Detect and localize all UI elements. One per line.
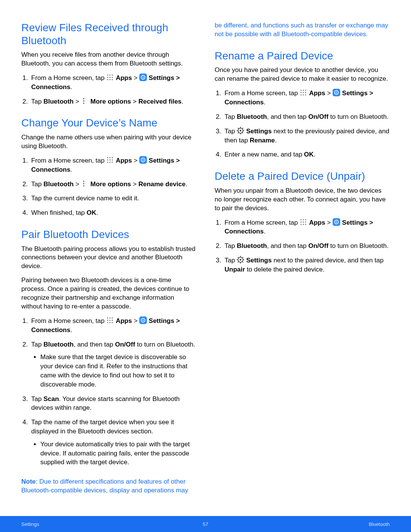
steps-change-name: From a Home screen, tap Apps > Settings … bbox=[21, 156, 196, 217]
apps-icon bbox=[299, 218, 307, 226]
step: From a Home screen, tap Apps > Settings … bbox=[223, 218, 390, 236]
section-delete-paired: Delete a Paired Device (Unpair) When you… bbox=[215, 170, 390, 274]
bullet: Make sure that the target device is disc… bbox=[40, 353, 196, 389]
intro-delete-paired: When you unpair from a Bluetooth device,… bbox=[215, 187, 390, 213]
step: Tap Bluetooth, and then tap On/Off to tu… bbox=[30, 340, 196, 389]
footer-left: Settings bbox=[21, 521, 39, 527]
step: Enter a new name, and tap OK. bbox=[223, 150, 390, 159]
heading-rename-paired: Rename a Paired Device bbox=[215, 50, 390, 62]
step: Tap Bluetooth > More options > Received … bbox=[30, 97, 196, 106]
steps-rename-paired: From a Home screen, tap Apps > Settings … bbox=[215, 89, 390, 159]
steps-pair-devices: From a Home screen, tap Apps > Settings … bbox=[21, 316, 196, 467]
intro-review-files: When you receive files from another devi… bbox=[21, 51, 196, 68]
gear-icon bbox=[237, 127, 244, 134]
page-content: Review Files Received through Bluetooth … bbox=[0, 0, 411, 499]
apps-icon bbox=[106, 73, 114, 81]
apps-icon bbox=[299, 89, 307, 96]
section-rename-paired: Rename a Paired Device Once you have pai… bbox=[215, 50, 390, 159]
gear-icon bbox=[237, 256, 244, 264]
intro-change-name: Change the name others use when pairing … bbox=[21, 133, 196, 151]
bullet: Your device automatically tries to pair … bbox=[40, 440, 196, 467]
substeps: Make sure that the target device is disc… bbox=[31, 353, 196, 389]
step: Tap the name of the target device when y… bbox=[30, 418, 196, 467]
settings-icon bbox=[139, 156, 147, 164]
substeps: Your device automatically tries to pair … bbox=[31, 440, 196, 467]
step: From a Home screen, tap Apps > Settings … bbox=[30, 156, 196, 174]
intro-rename-paired: Once you have paired your device to anot… bbox=[215, 66, 390, 83]
steps-delete-paired: From a Home screen, tap Apps > Settings … bbox=[215, 218, 390, 274]
apps-icon bbox=[106, 316, 114, 324]
step: Tap Bluetooth > More options > Rename de… bbox=[30, 180, 196, 189]
section-change-name: Change Your Device’s Name Change the nam… bbox=[21, 117, 196, 217]
settings-icon bbox=[139, 316, 147, 324]
more-options-icon bbox=[81, 97, 89, 105]
step: Tap the current device name to edit it. bbox=[30, 194, 196, 203]
step: From a Home screen, tap Apps > Settings … bbox=[223, 89, 390, 107]
step: Tap Settings next to the paired device, … bbox=[223, 256, 390, 274]
heading-delete-paired: Delete a Paired Device (Unpair) bbox=[215, 170, 390, 183]
settings-icon bbox=[333, 218, 340, 226]
step: When finished, tap OK. bbox=[30, 208, 196, 217]
steps-review-files: From a Home screen, tap Apps > Settings … bbox=[21, 73, 196, 106]
more-options-icon bbox=[81, 180, 89, 187]
settings-icon bbox=[333, 89, 340, 96]
heading-review-files: Review Files Received through Bluetooth bbox=[21, 21, 196, 47]
step: Tap Bluetooth, and then tap On/Off to tu… bbox=[223, 241, 390, 251]
heading-change-name: Change Your Device’s Name bbox=[21, 117, 196, 129]
step: From a Home screen, tap Apps > Settings … bbox=[30, 73, 196, 92]
section-review-files: Review Files Received through Bluetooth … bbox=[21, 21, 196, 106]
pair-p1: The Bluetooth pairing process allows you… bbox=[21, 245, 196, 271]
step: Tap Bluetooth, and then tap On/Off to tu… bbox=[223, 112, 390, 121]
step: From a Home screen, tap Apps > Settings … bbox=[30, 316, 196, 335]
step: Tap Settings next to the previously pair… bbox=[223, 127, 390, 145]
heading-pair-devices: Pair Bluetooth Devices bbox=[21, 228, 196, 241]
section-pair-devices: Pair Bluetooth Devices The Bluetooth pai… bbox=[21, 228, 196, 467]
step: Tap Scan. Your device starts scanning fo… bbox=[30, 395, 196, 413]
pair-p2: Pairing between two Bluetooth devices is… bbox=[21, 276, 196, 311]
apps-icon bbox=[106, 156, 114, 164]
settings-icon bbox=[139, 73, 147, 81]
footer-page-number: 57 bbox=[0, 521, 411, 527]
page-footer: Settings 57 Bluetooth bbox=[0, 516, 411, 532]
footer-right: Bluetooth bbox=[369, 521, 390, 527]
